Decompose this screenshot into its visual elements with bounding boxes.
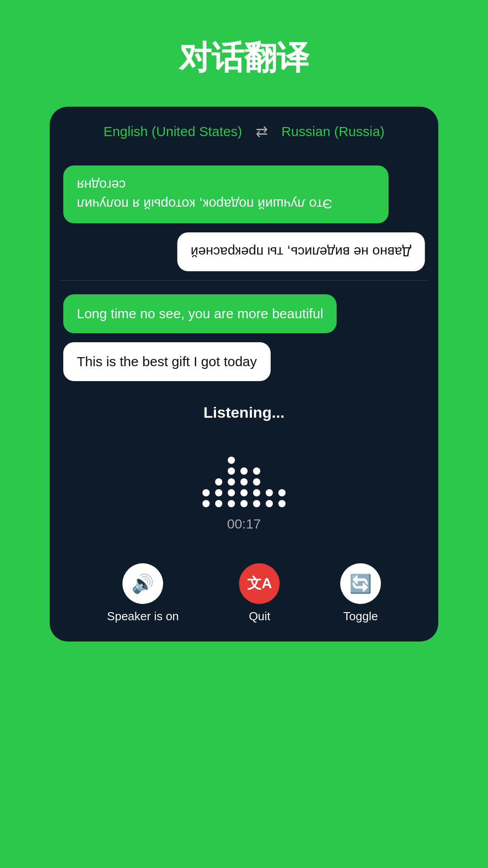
speaker-control[interactable]: 🔊 Speaker is on [107, 563, 179, 623]
toggle-label: Toggle [343, 609, 378, 623]
upper-msg-0: Это лучший подарок, который я получил се… [63, 165, 389, 223]
toggle-button[interactable]: 🔄 [340, 563, 381, 604]
quit-control[interactable]: 文A Quit [239, 563, 280, 623]
wave-col-5 [253, 467, 260, 507]
quit-button[interactable]: 文A [239, 563, 280, 604]
speaker-label: Speaker is on [107, 609, 179, 623]
wave-col-1 [202, 489, 210, 507]
toggle-icon: 🔄 [349, 573, 372, 594]
translate-icon: 文A [247, 574, 272, 594]
lower-msg-1: This is the best gift I got today [63, 342, 271, 381]
bottom-controls: 🔊 Speaker is on 文A Quit 🔄 Toggle [50, 554, 438, 642]
wave-col-4 [240, 467, 248, 507]
waveform [202, 435, 286, 507]
wave-col-2 [215, 478, 222, 507]
toggle-control[interactable]: 🔄 Toggle [340, 563, 381, 623]
language-right[interactable]: Russian (Russia) [282, 124, 385, 139]
swap-icon[interactable]: ⇄ [256, 123, 268, 140]
listening-section: Listening... [50, 390, 438, 554]
upper-msg-1: Давно не виделись, ты прекрасней [177, 232, 425, 271]
speaker-button[interactable]: 🔊 [122, 563, 163, 604]
wave-col-7 [278, 489, 286, 507]
language-bar: English (United States) ⇄ Russian (Russi… [50, 107, 438, 154]
listening-label: Listening... [203, 404, 284, 421]
main-card: English (United States) ⇄ Russian (Russi… [50, 107, 438, 642]
lower-chat: Long time no see, you are more beautiful… [50, 281, 438, 390]
wave-col-6 [266, 489, 273, 507]
timer: 00:17 [227, 516, 261, 532]
lower-msg-0: Long time no see, you are more beautiful [63, 294, 337, 333]
app-title: 对话翻译 [179, 36, 309, 80]
wave-col-3 [228, 457, 235, 507]
quit-label: Quit [249, 609, 271, 623]
language-left[interactable]: English (United States) [103, 124, 242, 139]
speaker-icon: 🔊 [131, 573, 154, 594]
upper-chat: Это лучший подарок, который я получил се… [50, 154, 438, 280]
